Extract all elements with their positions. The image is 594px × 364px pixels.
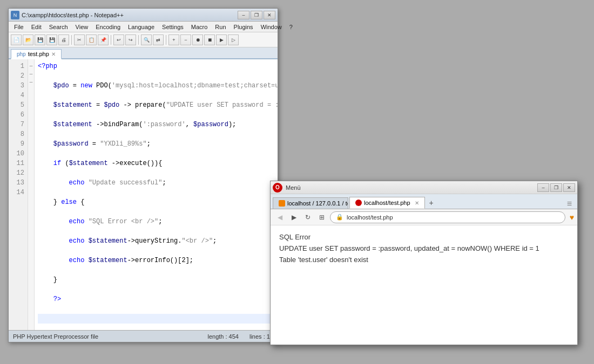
address-lock-icon: 🔒 [336,214,343,221]
toolbar-sep1 [71,35,72,45]
toolbar-macro-rec[interactable]: ⏺ [192,35,203,45]
menu-search[interactable]: Search [46,23,71,31]
browser-address-text: localhost/test.php [347,214,393,221]
menu-encoding[interactable]: Encoding [92,23,124,31]
npp-editor-area[interactable]: 1 2 3 4 5 6 7 8 9 10 11 12 13 14 – – [9,59,278,330]
browser-tab-xampp[interactable]: localhost / 127.0.0.1 / test ✕ [273,197,348,209]
npp-tab-bar: php test.php ✕ [9,47,278,59]
toolbar-macro-stop[interactable]: ⏹ [204,35,215,45]
menu-file[interactable]: File [11,23,27,31]
browser-window: O Menü – ❐ ✕ localhost / 127.0.0.1 / tes… [270,181,578,345]
browser-error-line3: Table 'test.user' doesn't exist [279,255,569,266]
browser-grid-button[interactable]: ⊞ [316,211,328,223]
toolbar-redo[interactable]: ↪ [125,35,136,45]
xampp-favicon [279,200,285,207]
toolbar-saveall[interactable]: 💾 [46,35,57,45]
menu-macro[interactable]: Macro [188,23,211,31]
toolbar-copy[interactable]: 📋 [86,35,97,45]
browser-new-tab-button[interactable]: + [426,197,437,208]
line-numbers: 1 2 3 4 5 6 7 8 9 10 11 12 13 14 [9,59,28,330]
localhost-favicon [355,200,362,206]
browser-tab-testphp-close[interactable]: ✕ [415,200,419,206]
toolbar-save[interactable]: 💾 [35,35,45,45]
npp-titlebar-left: N C:\xampp\htdocs\test.php - Notepad++ [11,11,124,19]
npp-filetype: PHP Hypertext Preprocessor file [13,333,98,340]
npp-menubar: File Edit Search View Encoding Language … [9,22,278,32]
browser-back-button[interactable]: ◀ [274,211,286,223]
toolbar-sep3 [138,35,139,45]
menu-settings[interactable]: Settings [159,23,187,31]
browser-tab-testphp-label: localhost/test.php [364,200,410,206]
browser-forward-button[interactable]: ▶ [288,211,300,223]
browser-window-buttons: – ❐ ✕ [537,183,575,192]
toolbar-macro-play[interactable]: ▶ [216,35,227,45]
toolbar-print[interactable]: 🖨 [58,35,69,45]
toolbar-find[interactable]: 🔍 [141,35,152,45]
npp-toolbar: 📄 📂 💾 💾 🖨 ✂ 📋 📌 ↩ ↪ 🔍 ⇄ + − ⏺ ⏹ ▶ ▷ [9,32,278,47]
browser-tab-xampp-label: localhost / 127.0.0.1 / test [287,200,348,207]
npp-title-text: C:\xampp\htdocs\test.php - Notepad++ [22,12,124,18]
notepadpp-window: N C:\xampp\htdocs\test.php - Notepad++ –… [8,8,278,342]
browser-titlebar-left: O Menü [273,183,301,193]
npp-window-buttons: – ❐ ✕ [238,11,275,19]
browser-bookmark-button[interactable]: ♥ [570,213,574,222]
npp-tab-close[interactable]: ✕ [51,51,56,57]
browser-scroll-tabs-button[interactable]: ≡ [564,199,575,209]
npp-app-icon: N [11,11,19,19]
browser-tab-testphp[interactable]: localhost/test.php ✕ [349,197,425,209]
toolbar-new[interactable]: 📄 [11,35,22,45]
browser-address-bar[interactable]: 🔒 localhost/test.php [330,211,565,223]
npp-statusbar: PHP Hypertext Preprocessor file length :… [9,330,278,342]
toolbar-sep2 [111,35,111,45]
npp-close-button[interactable]: ✕ [264,11,275,19]
browser-minimize-button[interactable]: – [537,183,549,192]
menu-edit[interactable]: Edit [28,23,45,31]
toolbar-open[interactable]: 📂 [23,35,33,45]
menu-window[interactable]: Window [258,23,285,31]
npp-length: length : 454 [207,333,239,340]
code-editor[interactable]: <?php $pdo = new PDO('mysql:host=localho… [35,59,278,330]
browser-navbar: ◀ ▶ ↻ ⊞ 🔒 localhost/test.php ♥ [271,209,577,225]
toolbar-zoomin[interactable]: + [168,35,179,45]
toolbar-findreplace[interactable]: ⇄ [153,35,164,45]
opera-icon: O [273,183,282,193]
menu-plugins[interactable]: Plugins [231,23,256,31]
browser-reload-button[interactable]: ↻ [302,211,314,223]
npp-minimize-button[interactable]: – [238,11,249,19]
browser-error-line1: SQL Error [279,232,569,243]
menu-run[interactable]: Run [212,23,229,31]
toolbar-cut[interactable]: ✂ [74,35,85,45]
menu-help[interactable]: ? [286,23,296,31]
browser-close-button[interactable]: ✕ [563,183,575,192]
fold-column: – – – [28,59,35,330]
toolbar-sep4 [166,35,166,45]
npp-tab-label: test.php [28,51,49,57]
browser-menu-label[interactable]: Menü [286,184,301,191]
toolbar-zoomout[interactable]: − [180,35,191,45]
browser-titlebar: O Menü – ❐ ✕ [271,181,577,194]
npp-tab-testphp[interactable]: php test.php ✕ [11,49,62,59]
npp-titlebar: N C:\xampp\htdocs\test.php - Notepad++ –… [9,9,278,22]
toolbar-undo[interactable]: ↩ [113,35,124,45]
toolbar-paste[interactable]: 📌 [98,35,109,45]
toolbar-run[interactable]: ▷ [228,35,239,45]
browser-tab-bar: localhost / 127.0.0.1 / test ✕ localhost… [271,194,577,209]
menu-view[interactable]: View [72,23,92,31]
browser-error-line2: UPDATE user SET password = :password, up… [279,243,569,255]
browser-content: SQL Error UPDATE user SET password = :pa… [271,225,577,345]
menu-language[interactable]: Language [125,23,158,31]
npp-restore-button[interactable]: ❐ [251,11,262,19]
browser-restore-button[interactable]: ❐ [550,183,562,192]
